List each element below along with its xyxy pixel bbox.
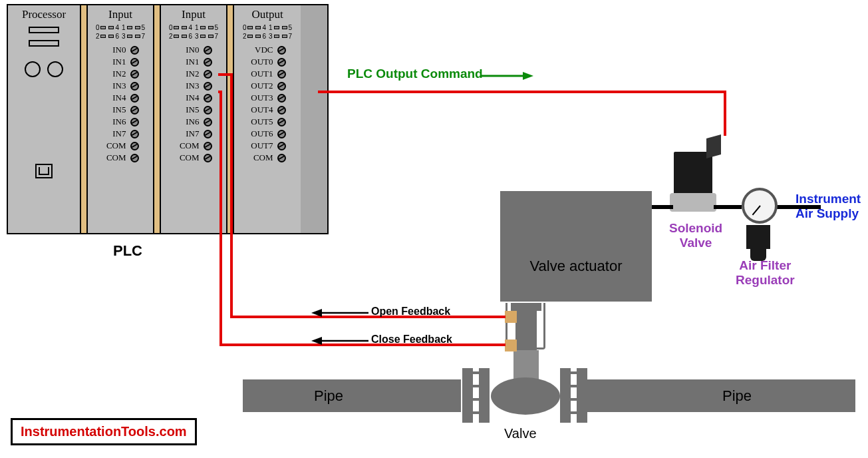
source-watermark: InstrumentationTools.com <box>11 418 197 445</box>
screw-icon <box>204 70 212 79</box>
valve-bonnet <box>513 350 539 379</box>
terminal: IN2 <box>161 68 226 80</box>
screw-icon <box>204 142 212 150</box>
input2-leds: 04 15 26 37 <box>169 23 218 44</box>
terminal: OUT2 <box>234 80 301 92</box>
processor-slot-1 <box>29 27 59 33</box>
gauge-icon <box>742 188 778 224</box>
terminal: OUT5 <box>234 116 301 128</box>
screw-icon <box>277 46 286 55</box>
terminal: IN7 <box>161 128 226 140</box>
processor-knob-1 <box>25 61 41 77</box>
screw-icon <box>277 94 286 103</box>
valve-label: Valve <box>504 426 537 441</box>
screw-icon <box>277 70 286 79</box>
terminal: IN6 <box>161 116 226 128</box>
terminal: IN1 <box>88 56 153 68</box>
diagram-canvas: Processor Input 04 15 26 37 IN0 IN <box>0 0 868 458</box>
screw-icon <box>204 106 212 114</box>
air-filter-regulator <box>742 188 775 248</box>
bolt <box>568 385 581 387</box>
terminal: COM <box>88 152 153 164</box>
bolt <box>471 385 484 387</box>
terminal: OUT7 <box>234 140 301 152</box>
screw-icon <box>277 118 286 126</box>
bolt <box>568 398 581 401</box>
terminal: OUT1 <box>234 68 301 80</box>
terminal: IN7 <box>88 128 153 140</box>
close-feedback-label: Close Feedback <box>371 334 452 345</box>
screw-icon <box>204 82 212 91</box>
terminal: IN5 <box>88 104 153 116</box>
terminal: IN2 <box>88 68 153 80</box>
screw-icon <box>277 82 286 91</box>
processor-body <box>25 23 63 178</box>
bolt <box>568 371 581 374</box>
screw-icon <box>130 46 139 55</box>
terminal: OUT3 <box>234 92 301 104</box>
terminal: IN5 <box>161 104 226 116</box>
regulator-body <box>746 225 770 249</box>
screw-icon <box>130 94 139 103</box>
screw-icon <box>130 118 139 126</box>
terminal: IN1 <box>161 56 226 68</box>
plc-module-input-2: Input 04 15 26 37 IN0 IN1 IN2 IN3 IN4 IN… <box>161 5 227 233</box>
screw-icon <box>130 130 139 138</box>
svg-marker-1 <box>523 72 533 80</box>
terminal: IN4 <box>88 92 153 104</box>
screw-icon <box>130 82 139 91</box>
solenoid-connector <box>706 134 721 158</box>
bolt <box>471 411 484 414</box>
air-filter-regulator-label: Air Filter Regulator <box>736 258 795 288</box>
solenoid-valve-label: Solenoid Valve <box>669 221 722 250</box>
screw-icon <box>204 118 212 126</box>
plc-label: PLC <box>113 242 142 260</box>
processor-slot-2 <box>29 40 59 47</box>
flange <box>560 368 571 423</box>
terminal: OUT0 <box>234 56 301 68</box>
terminal: IN0 <box>161 44 226 56</box>
terminal: OUT4 <box>234 104 301 116</box>
pipe-label: Pipe <box>722 387 752 405</box>
plc-rack: Processor Input 04 15 26 37 IN0 IN <box>7 4 329 234</box>
instrument-air-supply-label: Instrument Air Supply <box>796 192 861 221</box>
air-line <box>652 205 673 209</box>
flange <box>462 368 473 423</box>
svg-marker-5 <box>311 337 322 345</box>
screw-icon <box>130 154 139 162</box>
plc-module-output: Output 04 15 26 37 VDC OUT0 OUT1 OUT2 OU… <box>234 5 301 233</box>
bolt <box>568 411 581 414</box>
open-feedback-label: Open Feedback <box>371 306 450 318</box>
output-leds: 04 15 26 37 <box>243 23 292 44</box>
screw-icon <box>130 58 139 67</box>
terminal: IN6 <box>88 116 153 128</box>
processor-header: Processor <box>22 5 66 23</box>
output-header: Output <box>251 5 283 23</box>
ethernet-port-icon <box>35 164 53 178</box>
terminal: OUT6 <box>234 128 301 140</box>
screw-icon <box>277 154 286 162</box>
input1-leds: 04 15 26 37 <box>96 23 145 44</box>
pipe-right: Pipe <box>579 379 855 412</box>
plc-output-command-label: PLC Output Command <box>347 67 483 81</box>
screw-icon <box>277 58 286 67</box>
valve-actuator: Valve actuator <box>500 191 652 302</box>
screw-icon <box>277 130 286 138</box>
screw-icon <box>277 142 286 150</box>
flange <box>479 368 490 423</box>
bolt <box>471 371 484 374</box>
terminal: IN3 <box>88 80 153 92</box>
air-line <box>714 205 742 209</box>
screw-icon <box>130 142 139 150</box>
plc-module-processor: Processor <box>8 5 81 233</box>
valve-actuator-label: Valve actuator <box>500 258 652 275</box>
module-separator <box>154 5 161 233</box>
processor-knob-2 <box>47 61 63 77</box>
module-separator <box>227 5 234 233</box>
screw-icon <box>130 106 139 114</box>
input1-header: Input <box>108 5 132 23</box>
screw-icon <box>277 106 286 114</box>
terminal: IN0 <box>88 44 153 56</box>
pipe-label: Pipe <box>314 387 343 405</box>
open-feedback-switch <box>505 311 517 323</box>
